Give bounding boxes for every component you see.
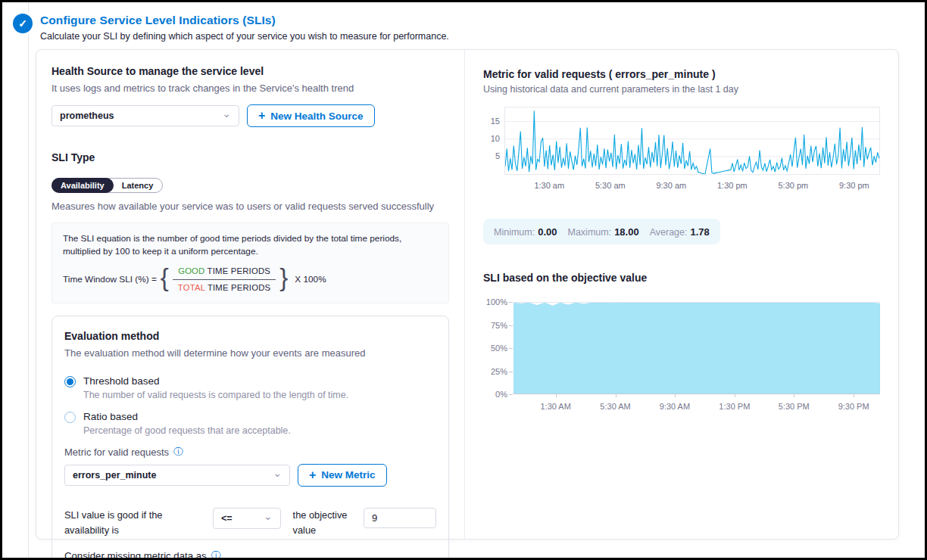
metric-select-value: errors_per_minute xyxy=(73,470,156,481)
axis-tick-label: 100% xyxy=(483,297,507,306)
metric-stats-pill: Minimum:0.00 Maximum:18.00 Average:1.78 xyxy=(483,219,720,244)
average-label: Average: xyxy=(650,227,688,238)
new-metric-button[interactable]: + New Metric xyxy=(298,464,387,487)
sli-condition-middle: the objective value xyxy=(293,508,351,538)
evaluation-method-box: Evaluation method The evaluation method … xyxy=(52,316,449,560)
axis-tick-label: 5 xyxy=(483,151,500,160)
equation-rhs: X 100% xyxy=(295,273,326,286)
axis-tick xyxy=(509,325,513,326)
total-highlight: TOTAL xyxy=(178,283,205,292)
page-title: Configure Service Level Indicatiors (SLI… xyxy=(40,14,449,27)
maximum-value: 18.00 xyxy=(614,226,639,238)
metric-chart-subtitle: Using historical data and current parame… xyxy=(483,84,883,95)
numerator-rest: TIME PERIODS xyxy=(204,266,270,275)
stepper-line xyxy=(28,2,29,558)
axis-tick-label: 0% xyxy=(483,390,507,399)
health-source-select[interactable]: prometheus ⌄ xyxy=(52,105,239,126)
axis-tick-label: 5:30 am xyxy=(586,181,635,190)
axis-tick-label: 1:30 pm xyxy=(708,181,757,190)
step-header: ✓ Configure Service Level Indicatiors (S… xyxy=(13,14,449,42)
axis-tick-label: 1:30 am xyxy=(525,181,573,190)
maximum-label: Maximum: xyxy=(567,227,611,238)
good-highlight: GOOD xyxy=(178,266,204,275)
metric-chart-title: Metric for valid requests ( errors_per_m… xyxy=(483,68,883,80)
health-source-select-value: prometheus xyxy=(60,110,114,121)
sli-type-description: Measures how available your service was … xyxy=(52,201,449,212)
sli-configuration-page: { "icons": { "check": "✓", "chevron": "⌄… xyxy=(0,0,927,560)
minimum-value: 0.00 xyxy=(538,226,557,238)
objective-value-input[interactable] xyxy=(364,508,436,528)
average-value: 1.78 xyxy=(691,226,710,238)
axis-tick-label: 1:30 PM xyxy=(710,402,759,411)
denominator-rest: TIME PERIODS xyxy=(205,283,271,292)
metric-valid-requests-label: Metric for valid requests xyxy=(64,446,169,458)
axis-tick-label: 1:30 AM xyxy=(532,402,580,411)
sli-objective-chart-plot xyxy=(513,302,880,394)
axis-tick-label: 9:30 PM xyxy=(829,402,878,411)
page-subtitle: Calculate your SLI by defining which asp… xyxy=(40,31,449,42)
threshold-based-desc: The number of valid requests is compared… xyxy=(83,390,436,400)
axis-tick-label: 5:30 PM xyxy=(769,402,818,411)
sli-type-heading: SLI Type xyxy=(52,151,449,163)
toggle-latency[interactable]: Latency xyxy=(113,179,163,192)
operator-select[interactable]: <= ⌄ xyxy=(213,508,281,529)
axis-tick-label: 50% xyxy=(483,344,507,353)
axis-tick xyxy=(509,372,513,372)
axis-tick xyxy=(616,394,616,397)
sli-config-card: Health Source to manage the service leve… xyxy=(36,49,899,540)
axis-tick-label: 5:30 pm xyxy=(769,181,817,190)
axis-tick xyxy=(556,394,557,397)
left-column: Health Source to manage the service leve… xyxy=(36,50,465,539)
axis-tick-label: 5:30 AM xyxy=(591,402,640,411)
radio-threshold-based[interactable] xyxy=(64,376,76,387)
axis-tick xyxy=(854,394,854,397)
evaluation-heading: Evaluation method xyxy=(64,330,436,342)
sli-chart-title: SLI based on the objective value xyxy=(483,272,883,284)
threshold-based-label: Threshold based xyxy=(83,375,160,387)
evaluation-subtitle: The evaluation method will determine how… xyxy=(64,347,436,359)
ratio-based-label: Ratio based xyxy=(83,411,138,422)
step-complete-check-icon: ✓ xyxy=(13,14,33,33)
axis-tick xyxy=(509,394,513,395)
info-icon[interactable]: ⓘ xyxy=(173,447,183,457)
right-column: Metric for valid requests ( errors_per_m… xyxy=(465,50,898,539)
metric-chart-plot xyxy=(504,107,880,175)
axis-tick-label: 9:30 pm xyxy=(830,181,879,190)
metric-select[interactable]: errors_per_minute ⌄ xyxy=(64,465,290,486)
axis-tick-label: 10 xyxy=(483,134,500,143)
ratio-based-desc: Percentage of good requests that are acc… xyxy=(83,425,436,436)
axis-tick-label: 15 xyxy=(483,117,500,126)
radio-ratio-based[interactable] xyxy=(64,412,76,423)
fraction-numerator: GOOD TIME PERIODS xyxy=(173,265,276,279)
new-metric-label: New Metric xyxy=(321,469,375,481)
axis-tick xyxy=(509,348,513,349)
plus-icon: + xyxy=(258,110,265,122)
axis-tick xyxy=(794,394,794,397)
minimum-label: Minimum: xyxy=(494,227,535,238)
open-brace: { xyxy=(161,278,169,281)
equation-lhs: Time Window SLI (%) = xyxy=(63,273,157,286)
axis-tick xyxy=(675,394,676,397)
axis-tick-label: 25% xyxy=(483,367,507,376)
sli-type-toggle: Availability Latency xyxy=(52,178,163,193)
axis-tick xyxy=(509,302,513,303)
health-source-subtitle: It uses logs and metrics to track change… xyxy=(52,82,449,94)
info-icon[interactable]: ⓘ xyxy=(211,551,221,560)
sli-objective-chart: 0%25%50%75%100%1:30 AM5:30 AM9:30 AM1:30… xyxy=(483,297,883,418)
operator-select-value: <= xyxy=(221,513,233,524)
missing-data-label: Consider missing metric data as xyxy=(64,550,207,560)
health-source-heading: Health Source to manage the service leve… xyxy=(52,65,449,77)
axis-tick-label: 9:30 AM xyxy=(651,402,699,411)
new-health-source-button[interactable]: + New Health Source xyxy=(247,104,375,127)
equation-text: The SLI equation is the number of good t… xyxy=(63,232,438,258)
close-brace: } xyxy=(279,278,288,281)
equation-fraction: GOOD TIME PERIODS TOTAL TIME PERIODS xyxy=(173,265,276,294)
axis-tick xyxy=(735,394,735,397)
axis-tick-label: 9:30 am xyxy=(647,181,695,190)
toggle-availability[interactable]: Availability xyxy=(52,178,114,193)
metric-chart: 510151:30 am5:30 am9:30 am1:30 pm5:30 pm… xyxy=(483,107,883,199)
plus-icon: + xyxy=(309,469,316,481)
axis-tick-label: 75% xyxy=(483,321,507,330)
sli-equation-box: The SLI equation is the number of good t… xyxy=(52,222,449,303)
new-health-source-label: New Health Source xyxy=(270,110,363,122)
